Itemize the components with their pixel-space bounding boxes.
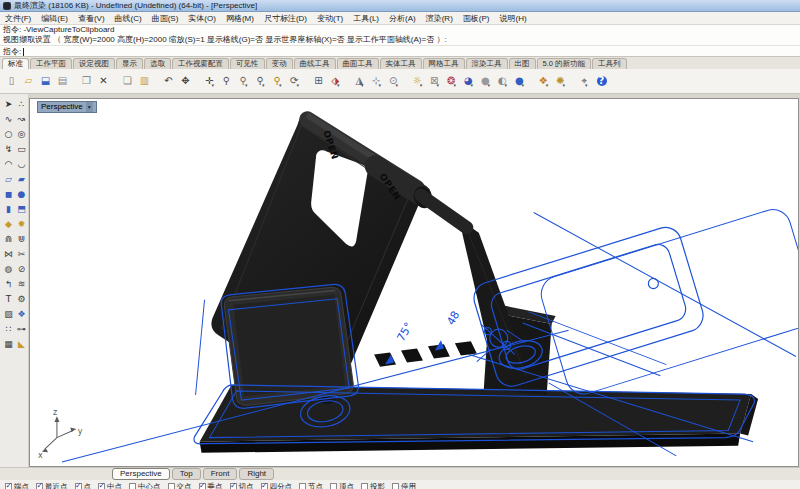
checkbox[interactable] [261,483,268,489]
menu-item[interactable]: 面板(P) [458,13,495,24]
rendered-view[interactable]: ● ▾ [511,72,528,91]
trim-tool[interactable]: ✂ [14,247,29,262]
open-file[interactable]: ▱ ▾ [20,72,37,91]
move[interactable]: ✛ ▾ [201,72,218,91]
copy-to-clipboard[interactable]: ❐ ▾ [78,72,95,91]
viewport-tab[interactable]: Top [172,468,201,480]
viewport-tab[interactable]: Front [203,468,238,480]
toolbar-tab[interactable]: 设定视图 [73,58,115,69]
checkbox[interactable] [199,483,206,489]
osnap-toggle[interactable]: 顶点 [330,482,354,489]
extrude-tool[interactable]: ⬒ [14,202,29,217]
toolbar-tab[interactable]: 变动 [266,58,293,69]
menu-item[interactable]: 实体(O) [183,13,221,24]
record-history[interactable]: ⊙ ▾ [385,72,402,91]
menu-item[interactable]: 尺寸标注(D) [259,13,312,24]
checkbox[interactable] [330,483,337,489]
checkbox[interactable] [392,483,399,489]
viewport-tab[interactable]: Right [239,468,274,480]
pan-view[interactable]: ✥ ▾ [177,72,194,91]
light[interactable]: ☼ ▾ [409,72,426,91]
point-tool[interactable]: ∴ [14,97,29,112]
checkbox[interactable] [361,483,368,489]
paste[interactable]: ▥ ▾ [136,72,153,91]
toolbar-tab[interactable]: 显示 [116,58,143,69]
menu-item[interactable]: 说明(H) [494,13,531,24]
lock-object-tool[interactable]: ⊘ [14,262,29,277]
zoom-extents[interactable]: ⚲ ▾ [252,72,269,91]
toolbar-tab[interactable]: 曲面工具 [337,58,379,69]
toolbar-tab[interactable]: 5.0 的新功能 [537,58,592,69]
lock[interactable]: ⊠ ▾ [426,72,443,91]
toolbar-tab[interactable]: 工作平面 [30,58,72,69]
osnap-toggle[interactable]: 节点 [299,482,323,489]
render[interactable]: ✺ ▾ [552,72,569,91]
boolean-difference-tool[interactable]: ⋓ [14,232,29,247]
interpolate-curve-tool[interactable]: ↝ [14,112,29,127]
toolbar-tab[interactable]: 网格工具 [423,58,465,69]
previous-view[interactable]: ⬗ ▾ [327,72,344,91]
rectangle-tool[interactable]: ▭ [14,142,29,157]
copy[interactable]: ❏ ▾ [119,72,136,91]
sphere-tool[interactable]: ● [14,187,29,202]
block-tool[interactable]: ❖ [14,307,29,322]
blend-curve-tool[interactable]: ◡ [14,157,29,172]
osnap-toggle[interactable]: 停用 [392,482,416,489]
selection-filter[interactable]: ⌖ ▾ [576,72,593,91]
render-color[interactable]: ◕ ▾ [460,72,477,91]
toolbar-tab[interactable]: 工作视窗配置 [172,58,229,69]
osnap-toggle[interactable]: 端点 [5,482,29,489]
zoom-window[interactable]: ⚲ ▾ [235,72,252,91]
checkbox[interactable] [129,483,136,489]
toolbar-tab[interactable]: 标准 [2,58,29,69]
menu-item[interactable]: 工具(L) [348,13,384,24]
osnap-toggle[interactable]: 垂点 [199,482,223,489]
menu-item[interactable]: 曲线(C) [110,13,147,24]
toolbar-tab[interactable]: 渲染工具 [466,58,508,69]
display-mode[interactable]: ❂ ▾ [443,72,460,91]
checkbox[interactable] [299,483,306,489]
command-input[interactable]: 指令: [0,45,800,57]
viewport-tab[interactable]: Perspective [112,468,170,480]
menu-item[interactable]: 查看(V) [73,13,110,24]
shaded-view[interactable]: ● ▾ [477,72,494,91]
viewport-menu-caret-icon[interactable]: ▼ [86,102,93,112]
osnap-toggle[interactable]: 最近点 [36,482,68,489]
render-tools[interactable]: ❖ ▾ [535,72,552,91]
menu-item[interactable]: 网格(M) [221,13,259,24]
save-file[interactable]: ⬓ ▾ [37,72,54,91]
ellipse-tool[interactable]: ◎ [14,127,29,142]
osnap-toggle[interactable]: 四分点 [261,482,293,489]
checkbox[interactable] [36,483,43,489]
check-tool[interactable]: ◣ [14,337,29,352]
checkbox[interactable] [168,483,175,489]
osnap-toggle[interactable]: 投影 [361,482,385,489]
print[interactable]: ▤ ▾ [54,72,71,91]
offset-curve-tool[interactable]: ≋ [14,277,29,292]
osnap-toggle[interactable]: 中心点 [129,482,161,489]
settings-tool[interactable]: ⚙ [14,292,29,307]
delete[interactable]: ✕ ▾ [95,72,112,91]
checkbox[interactable] [98,483,105,489]
help[interactable]: ? ▾ [593,72,610,91]
menu-item[interactable]: 编辑(E) [36,13,73,24]
osnap-toggle[interactable]: 交点 [168,482,192,489]
toolbar-tab[interactable]: 出图 [509,58,536,69]
explode-tool[interactable]: ✹ [14,217,29,232]
rotate-view[interactable]: ⟳ ▾ [286,72,303,91]
toolbar-tab[interactable]: 可见性 [230,58,265,69]
four-viewports[interactable]: ⊞ ▾ [310,72,327,91]
osnap-toggle[interactable]: 中点 [98,482,122,489]
menu-item[interactable]: 渲染(R) [421,13,458,24]
toolbar-tab[interactable]: 曲线工具 [294,58,336,69]
viewport-title[interactable]: Perspective ▼ [37,101,97,113]
checkbox[interactable] [75,483,82,489]
ghosted-view[interactable]: ◐ ▾ [494,72,511,91]
zoom-dynamic[interactable]: ⚲ ▾ [218,72,235,91]
menu-item[interactable]: 文件(F) [0,13,36,24]
menu-item[interactable]: 变动(T) [312,13,348,24]
toolbar-tab[interactable]: 实体工具 [380,58,422,69]
cplane[interactable]: ◮ ▾ [351,72,368,91]
checkbox[interactable] [230,483,237,489]
checkbox[interactable] [5,483,12,489]
